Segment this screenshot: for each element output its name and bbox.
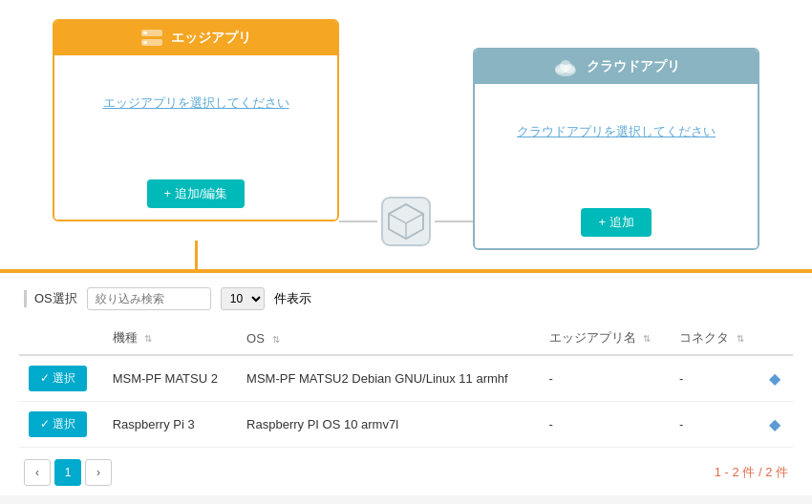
connector-line-left xyxy=(339,220,377,222)
cloud-card-title: クラウドアプリ xyxy=(587,58,680,75)
edge-add-edit-button[interactable]: + 追加/編集 xyxy=(147,179,246,208)
pagination-row: ‹ 1 › 1 - 2 件 / 2 件 xyxy=(19,459,793,486)
edge-card-column: エッジアプリ エッジアプリを選択してください + 追加/編集 xyxy=(53,19,339,269)
edgeapp-sort-icon[interactable]: ⇅ xyxy=(643,333,651,344)
cloud-icon xyxy=(552,57,579,76)
col-connector-header: コネクタ ⇅ xyxy=(670,322,759,355)
page-1-button[interactable]: 1 xyxy=(54,459,81,486)
select-button-1[interactable]: ✓ 選択 xyxy=(29,411,87,437)
col-action-header xyxy=(759,322,793,355)
download-cell: ◆ xyxy=(759,355,793,402)
middle-connector xyxy=(339,193,473,250)
table-header-row: 機種 ⇅ OS ⇅ エッジアプリ名 ⇅ コネクタ ⇅ xyxy=(19,322,793,355)
model-cell: Raspberry Pi 3 xyxy=(103,402,237,448)
cloud-add-button[interactable]: + 追加 xyxy=(581,208,651,237)
cloud-card-placeholder: クラウドアプリを選択してください xyxy=(517,123,716,140)
cloud-card-footer: + 追加 xyxy=(475,199,758,248)
connector-cell: - xyxy=(670,355,759,402)
os-cell: MSM-PF MATSU2 Debian GNU/Linux 11 armhf xyxy=(237,355,539,402)
svg-rect-1 xyxy=(143,32,147,34)
cloud-card-column: クラウドアプリ クラウドアプリを選択してください + 追加 xyxy=(473,48,759,269)
connector-line-right xyxy=(435,220,473,222)
table-body: ✓ 選択 MSM-PF MATSU 2 MSM-PF MATSU2 Debian… xyxy=(19,355,793,448)
col-os-header: OS ⇅ xyxy=(237,322,539,355)
count-select[interactable]: 10 5 20 50 xyxy=(221,287,265,310)
pagination-controls: ‹ 1 › xyxy=(24,459,112,486)
table-row: ✓ 選択 Raspberry Pi 3 Raspberry PI OS 10 a… xyxy=(19,402,793,448)
next-page-button[interactable]: › xyxy=(85,459,112,486)
col-edgeapp-header: エッジアプリ名 ⇅ xyxy=(540,322,670,355)
download-cell: ◆ xyxy=(759,402,793,448)
edge-card-footer: + 追加/編集 xyxy=(54,170,337,220)
connector-sort-icon[interactable]: ⇅ xyxy=(737,333,744,344)
os-cell: Raspberry PI OS 10 armv7l xyxy=(237,402,539,448)
filter-row: OS選択 10 5 20 50 件表示 xyxy=(19,287,793,310)
select-button-0[interactable]: ✓ 選択 xyxy=(29,366,87,391)
col-model-header: 機種 ⇅ xyxy=(103,322,237,355)
os-filter-label: OS選択 xyxy=(24,290,77,307)
select-cell: ✓ 選択 xyxy=(19,402,103,448)
edge-app-card: エッジアプリ エッジアプリを選択してください + 追加/編集 xyxy=(53,19,339,221)
edge-card-body: エッジアプリを選択してください xyxy=(54,55,337,170)
edgeapp-cell: - xyxy=(540,402,670,448)
top-section: エッジアプリ エッジアプリを選択してください + 追加/編集 xyxy=(0,0,812,269)
count-label: 件表示 xyxy=(274,290,311,307)
edgeapp-cell: - xyxy=(540,355,670,402)
download-icon-1[interactable]: ◆ xyxy=(769,416,780,432)
edge-card-placeholder: エッジアプリを選択してください xyxy=(103,94,289,112)
svg-rect-3 xyxy=(143,41,147,44)
vertical-connector-line xyxy=(195,241,198,269)
os-sort-icon[interactable]: ⇅ xyxy=(272,334,280,345)
model-sort-icon[interactable]: ⇅ xyxy=(144,333,152,344)
cloud-card-header: クラウドアプリ xyxy=(475,50,758,84)
bottom-section: OS選択 10 5 20 50 件表示 機種 ⇅ OS ⇅ エ xyxy=(0,273,812,495)
svg-point-11 xyxy=(560,60,571,72)
data-table: 機種 ⇅ OS ⇅ エッジアプリ名 ⇅ コネクタ ⇅ xyxy=(19,322,793,448)
select-cell: ✓ 選択 xyxy=(19,355,103,402)
connector-cell: - xyxy=(670,402,759,448)
cloud-card-body: クラウドアプリを選択してください xyxy=(475,84,758,199)
pagination-summary: 1 - 2 件 / 2 件 xyxy=(715,464,788,481)
cloud-app-card: クラウドアプリ クラウドアプリを選択してください + 追加 xyxy=(473,48,759,250)
edge-card-title: エッジアプリ xyxy=(171,30,251,47)
server-icon xyxy=(140,29,163,48)
col-select-header xyxy=(19,322,103,355)
download-icon-0[interactable]: ◆ xyxy=(769,370,780,387)
box-connector-icon xyxy=(377,193,435,250)
table-row: ✓ 選択 MSM-PF MATSU 2 MSM-PF MATSU2 Debian… xyxy=(19,355,793,402)
model-cell: MSM-PF MATSU 2 xyxy=(103,355,237,402)
search-input[interactable] xyxy=(87,287,211,310)
edge-card-header: エッジアプリ xyxy=(54,21,337,55)
prev-page-button[interactable]: ‹ xyxy=(24,459,51,486)
